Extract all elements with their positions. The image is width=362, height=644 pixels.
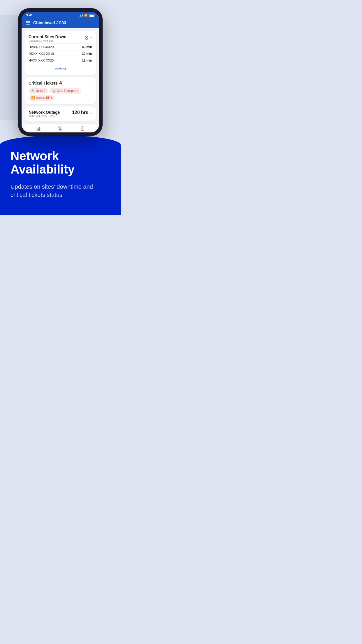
tab-bar: 📊 📡 📋	[24, 123, 96, 132]
critical-tickets-title: Critical Tickets	[29, 81, 57, 85]
bottom-section: NetworkAvailability Updates on sites' do…	[0, 135, 121, 215]
tag-core-transport: 📡 Core Transport 1	[50, 88, 81, 94]
phone-screen: 9:41 📶 Chinchwad-JC03	[22, 12, 99, 132]
signal-icon: 📶	[31, 96, 35, 99]
sites-down-subtitle: Updated 12 mins ago	[29, 39, 66, 42]
sites-down-header: Current Sites Down Updated 12 mins ago 3…	[29, 34, 92, 42]
tag-utility: 🔧 Utility 2	[29, 88, 48, 94]
site-name-1: HVXX-XXX-XX20	[29, 45, 54, 49]
phone-area: 9:41 📶 Chinchwad-JC03	[0, 0, 121, 136]
site-time-1: 45 min	[82, 45, 92, 49]
bottom-subtext: Updates on sites' downtime and critical …	[10, 183, 110, 199]
outage-chevron[interactable]: ⌄	[90, 111, 92, 115]
site-name-3: HVXX-XXX-XX20	[29, 59, 54, 62]
tag-access-rf-label: Access RF 1	[36, 96, 52, 99]
outage-value: 120 hrs	[72, 110, 88, 115]
site-row: HVXX-XXX-XX20 45 min	[29, 43, 92, 50]
battery-icon	[89, 14, 94, 17]
tab-tickets[interactable]: 📋	[80, 126, 85, 131]
wrench-icon: 🔧	[31, 89, 35, 92]
tab-insights[interactable]: 📊	[36, 126, 41, 131]
site-row: DDXX-XXX-XX10 30 min	[29, 50, 92, 57]
tab-network[interactable]: 📡	[58, 126, 63, 131]
page: 9:41 📶 Chinchwad-JC03	[0, 0, 121, 215]
view-all-area: View all	[29, 64, 92, 71]
outage-left: Network Outage In the last week ↑ 10%	[29, 110, 60, 118]
bar-chart-icon: 📊	[36, 126, 41, 131]
wifi-icon: 📶	[84, 14, 87, 17]
status-bar: 9:41 📶	[22, 12, 99, 18]
content-area: Current Sites Down Updated 12 mins ago 3…	[22, 28, 99, 132]
sites-down-chevron[interactable]: ⌃	[90, 36, 92, 40]
status-time: 9:41	[26, 13, 33, 17]
outage-header: Network Outage In the last week ↑ 10% 12…	[29, 110, 92, 118]
network-icon: 📡	[58, 126, 63, 131]
sites-down-title: Current Sites Down	[29, 34, 66, 39]
bottom-heading: NetworkAvailability	[10, 149, 110, 176]
outage-trend: ↑ 10%	[48, 115, 55, 118]
site-name-2: DDXX-XXX-XX10	[29, 52, 54, 55]
sites-down-card: Current Sites Down Updated 12 mins ago 3…	[24, 31, 96, 75]
outage-right: 120 hrs ⌄	[72, 110, 92, 115]
sites-down-count: 3	[85, 34, 88, 41]
critical-tickets-card: Critical Tickets 4 ⌄ 🔧 Utility 2 �	[24, 77, 96, 104]
site-row: HVXX-XXX-XX20 12 min	[29, 57, 92, 64]
view-all-link[interactable]: View all	[55, 67, 66, 71]
hamburger-icon[interactable]	[26, 21, 30, 24]
tag-core-transport-label: Core Transport 1	[57, 89, 79, 92]
tag-access-rf: 📶 Access RF 1	[29, 95, 55, 101]
outage-title: Network Outage	[29, 110, 60, 115]
site-time-2: 30 min	[82, 52, 92, 55]
outage-subtitle: In the last week ↑ 10%	[29, 115, 60, 118]
antenna-icon: 📡	[52, 89, 56, 92]
phone-shell: 9:41 📶 Chinchwad-JC03	[18, 8, 103, 136]
signal-icon	[80, 14, 83, 17]
critical-tickets-title-area: Critical Tickets 4	[29, 80, 62, 86]
critical-tickets-chevron[interactable]: ⌄	[90, 81, 92, 84]
ticket-tags: 🔧 Utility 2 📡 Core Transport 1 📶 Access …	[29, 88, 92, 101]
site-time-3: 12 min	[82, 59, 92, 62]
critical-tickets-header: Critical Tickets 4 ⌄	[29, 80, 92, 86]
sites-down-count-area: 3 ⌃	[85, 34, 92, 41]
clipboard-icon: 📋	[80, 126, 85, 131]
nav-bar: Chinchwad-JC03	[22, 18, 99, 28]
status-icons: 📶	[80, 14, 95, 17]
critical-tickets-count: 4	[59, 80, 62, 86]
tag-utility-label: Utility 2	[36, 89, 45, 92]
network-outage-card: Network Outage In the last week ↑ 10% 12…	[24, 106, 96, 121]
nav-title: Chinchwad-JC03	[33, 20, 66, 25]
